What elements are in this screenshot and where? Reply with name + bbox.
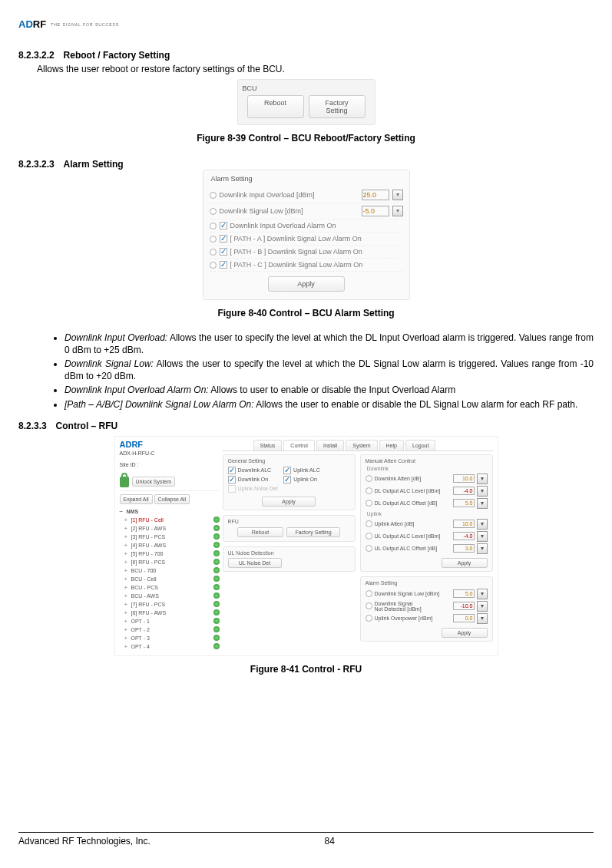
plus-icon[interactable]: +	[124, 643, 129, 650]
radio-icon[interactable]	[210, 249, 217, 256]
ul-noise-det-button[interactable]: UL Noise Det	[228, 558, 282, 568]
tree-item[interactable]: +OPT - 1	[120, 617, 220, 625]
unlock-system-button[interactable]: Unlock System	[132, 477, 176, 487]
apply-button[interactable]: Apply	[442, 628, 488, 638]
dl-att-value[interactable]: 10.0	[453, 474, 475, 483]
chevron-down-icon[interactable]: ▾	[392, 206, 403, 216]
plus-icon[interactable]: +	[124, 576, 129, 583]
tree-item[interactable]: +[2] RFU - AWS	[120, 524, 220, 533]
chevron-down-icon[interactable]: ▾	[477, 601, 488, 612]
factory-setting-button[interactable]: Factory Setting	[286, 527, 340, 537]
dl-alc-level-value[interactable]: -4.0	[453, 487, 475, 495]
tree-item[interactable]: +[6] RFU - PCS	[120, 558, 220, 566]
chevron-down-icon[interactable]: ▾	[477, 589, 488, 599]
plus-icon[interactable]: +	[124, 542, 129, 549]
apply-button[interactable]: Apply	[442, 558, 488, 568]
radio-icon[interactable]	[366, 602, 372, 609]
status-led-icon	[213, 550, 220, 556]
plus-icon[interactable]: +	[124, 601, 129, 608]
checkbox[interactable]: ✓	[220, 248, 227, 256]
ul-att-value[interactable]: 10.0	[453, 520, 475, 528]
expand-all-button[interactable]: Expand All	[120, 494, 153, 504]
sig-low-value[interactable]: 5.0	[453, 589, 475, 598]
plus-icon[interactable]: +	[124, 609, 129, 616]
plus-icon[interactable]: +	[124, 635, 129, 642]
tab-status[interactable]: Status	[253, 440, 283, 451]
tree-item[interactable]: +BCU - AWS	[120, 592, 220, 600]
radio-icon[interactable]	[366, 487, 372, 494]
plus-icon[interactable]: +	[124, 517, 129, 523]
ul-ov-value[interactable]: 0.0	[453, 614, 475, 622]
tree-item[interactable]: +[1] RFU - Cell	[120, 516, 220, 524]
tab-system[interactable]: System	[346, 440, 377, 451]
tree-item[interactable]: +BCU - PCS	[120, 583, 220, 592]
tree-item[interactable]: +OPT - 4	[120, 642, 220, 651]
plus-icon[interactable]: +	[124, 550, 129, 557]
chevron-down-icon[interactable]: ▾	[477, 474, 488, 484]
tree-item[interactable]: +BCU - 700	[120, 566, 220, 575]
radio-icon[interactable]	[210, 236, 217, 243]
radio-icon[interactable]	[366, 520, 372, 527]
tree-item[interactable]: +[5] RFU - 700	[120, 550, 220, 558]
chevron-down-icon[interactable]: ▾	[477, 543, 488, 554]
plus-icon[interactable]: +	[124, 533, 129, 540]
plus-icon[interactable]: +	[124, 559, 129, 566]
plus-icon[interactable]: +	[124, 618, 129, 625]
chevron-down-icon[interactable]: ▾	[477, 498, 488, 509]
checkbox[interactable]: ✓	[283, 476, 291, 484]
plus-icon[interactable]: +	[124, 525, 129, 532]
tree-item[interactable]: +[3] RFU - PCS	[120, 533, 220, 541]
not-det-value[interactable]: -10.0	[453, 602, 475, 610]
reboot-button[interactable]: Reboot	[247, 95, 304, 118]
tree-nms[interactable]: NMS	[127, 509, 139, 514]
radio-icon[interactable]	[366, 475, 372, 482]
figure-caption-840: Figure 8-40 Control – BCU Alarm Setting	[18, 308, 594, 318]
tree-item-label: [3] RFU - PCS	[131, 534, 166, 540]
ul-alc-offset-value[interactable]: 3.0	[453, 544, 475, 553]
plus-icon[interactable]: +	[124, 567, 129, 574]
plus-icon[interactable]: +	[124, 592, 129, 599]
radio-icon[interactable]	[210, 262, 217, 269]
ul-alc-level-value[interactable]: -4.0	[453, 532, 475, 540]
radio-icon[interactable]	[210, 208, 217, 215]
tab-help[interactable]: Help	[379, 440, 404, 451]
checkbox[interactable]: ✓	[220, 222, 227, 229]
chevron-down-icon[interactable]: ▾	[477, 613, 488, 624]
dl-alc-label: Downlink ALC	[238, 467, 272, 473]
radio-icon[interactable]	[210, 192, 217, 199]
plus-icon[interactable]: +	[124, 584, 129, 591]
radio-icon[interactable]	[366, 590, 372, 597]
checkbox[interactable]: ✓	[220, 261, 227, 269]
factory-setting-button[interactable]: Factory Setting	[309, 95, 366, 118]
checkbox[interactable]: ✓	[228, 467, 236, 474]
checkbox[interactable]: ✓	[220, 235, 227, 243]
tree-item[interactable]: +[7] RFU - PCS	[120, 600, 220, 609]
chevron-down-icon[interactable]: ▾	[477, 519, 488, 530]
chevron-down-icon[interactable]: ▾	[477, 531, 488, 542]
radio-icon[interactable]	[366, 615, 372, 622]
plus-icon[interactable]: +	[124, 626, 129, 633]
radio-icon[interactable]	[210, 223, 217, 229]
chevron-down-icon[interactable]: ▾	[392, 190, 403, 200]
checkbox[interactable]: ✓	[283, 467, 291, 474]
dl-input-overload-value[interactable]: 25.0	[362, 190, 389, 200]
dl-alc-offset-value[interactable]: 5.0	[453, 499, 475, 507]
tab-logout[interactable]: Logout	[405, 440, 435, 451]
radio-icon[interactable]	[366, 533, 372, 540]
radio-icon[interactable]	[366, 500, 372, 507]
tree-item[interactable]: +BCU - Cell	[120, 575, 220, 583]
tree-item[interactable]: +[4] RFU - AWS	[120, 541, 220, 550]
tab-control[interactable]: Control	[283, 440, 315, 451]
tree-item[interactable]: +OPT - 3	[120, 634, 220, 642]
checkbox[interactable]: ✓	[228, 476, 236, 484]
reboot-button[interactable]: Reboot	[237, 527, 283, 537]
radio-icon[interactable]	[366, 545, 372, 552]
tab-install[interactable]: Install	[316, 440, 344, 451]
collapse-all-button[interactable]: Collapse All	[154, 494, 190, 504]
tree-item[interactable]: +OPT - 2	[120, 625, 220, 634]
apply-button[interactable]: Apply	[262, 497, 316, 507]
chevron-down-icon[interactable]: ▾	[477, 486, 488, 497]
tree-item[interactable]: +[8] RFU - AWS	[120, 609, 220, 617]
apply-button[interactable]: Apply	[268, 276, 345, 292]
dl-signal-low-value[interactable]: -5.0	[362, 206, 389, 216]
